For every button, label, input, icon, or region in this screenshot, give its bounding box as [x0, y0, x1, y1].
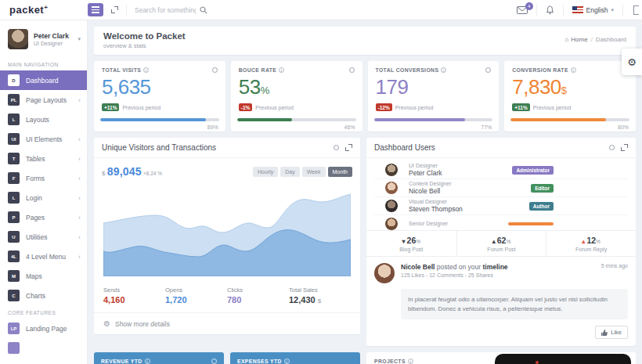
breadcrumb-current: Dashboard	[596, 36, 626, 43]
sidebar-item-layouts[interactable]: L Layouts	[0, 110, 87, 129]
messages-count-badge: 4	[525, 2, 533, 10]
stat-note: Previous period	[395, 105, 434, 110]
info-icon[interactable]	[279, 67, 284, 73]
notifications-button[interactable]	[546, 5, 554, 15]
like-button[interactable]: Like	[595, 326, 628, 339]
info-icon[interactable]	[408, 359, 413, 364]
sidebar-item-dashboard[interactable]: D Dashboard	[0, 70, 87, 90]
stat-label: TOTAL VISITS	[102, 67, 141, 73]
breadcrumb-separator: /	[591, 36, 593, 43]
pages-icon: P	[8, 211, 20, 223]
sidebar-toggle-button[interactable]	[88, 3, 103, 16]
sidebar-user-panel[interactable]: Peter Clark UI Designer ▾	[0, 20, 87, 57]
trend-badge: +11%	[102, 103, 119, 111]
messages-button[interactable]: 4	[517, 6, 528, 14]
role-badge: Author	[529, 202, 554, 211]
refresh-icon[interactable]	[349, 67, 355, 73]
sidebar-item-pages[interactable]: P Pages ‹	[0, 207, 87, 227]
refresh-icon[interactable]	[485, 67, 491, 73]
info-icon[interactable]	[145, 359, 150, 364]
stat-label: BOUCE RATE	[239, 67, 276, 73]
search-icon[interactable]	[200, 6, 207, 14]
info-icon[interactable]	[571, 67, 576, 73]
sidebar-item-maps[interactable]: M Maps	[0, 266, 87, 286]
progress-bar	[510, 118, 629, 121]
role-badge: Administrator	[512, 166, 554, 175]
us-flag-icon	[572, 6, 583, 13]
user-menu-caret-icon[interactable]: ▾	[78, 36, 81, 42]
search-input[interactable]	[135, 6, 196, 14]
info-icon[interactable]	[143, 67, 149, 73]
period-month-button[interactable]: Month	[328, 167, 352, 177]
period-hourly-button[interactable]: Hourly	[253, 167, 278, 177]
refresh-icon[interactable]	[212, 67, 218, 73]
sidebar-item-page-layouts[interactable]: PL Page Layouts ‹	[0, 90, 87, 110]
progress-bar	[100, 118, 219, 121]
4-level-menu-icon: 4L	[8, 250, 20, 262]
stat-card-total-conversions: TOTAL CONVERSIONS 179 -12%Previous perio…	[368, 61, 500, 132]
user-row[interactable]: Senior Designer	[374, 215, 628, 230]
refresh-icon[interactable]	[211, 359, 217, 364]
stat-cards-row: TOTAL VISITS 5,635 +11%Previous period 8…	[94, 61, 636, 132]
sidebar-item-forms[interactable]: F Forms ‹	[0, 168, 87, 188]
progress-percent: 89%	[207, 124, 218, 130]
user-role: UI Designer	[34, 41, 69, 46]
trend-badge: -1%	[239, 103, 253, 111]
search-bar	[135, 6, 207, 14]
refresh-icon[interactable]	[334, 145, 339, 150]
stat-opens: Opens 1,720	[165, 287, 227, 305]
sidebar-item-landing-page[interactable]: LP Landing Page	[0, 319, 87, 338]
chevron-down-icon: ▾	[611, 7, 614, 13]
sidebar-item-tables[interactable]: T Tables ‹	[0, 149, 87, 168]
language-label: English	[586, 6, 608, 14]
user-row[interactable]: UI DesignerPeter Clark Administrator	[374, 161, 628, 179]
sidebar-item-partial[interactable]	[0, 338, 87, 358]
charts-icon: C	[8, 290, 20, 301]
sidebar-item-charts[interactable]: C Charts	[0, 286, 87, 305]
divider	[536, 5, 537, 16]
logout-icon[interactable]	[633, 5, 639, 15]
breadcrumb-home-link[interactable]: Home	[564, 36, 587, 43]
info-icon[interactable]	[441, 67, 446, 73]
stat-note: Previous period	[255, 105, 294, 110]
show-more-details-link[interactable]: ⚙ Show more details	[94, 312, 360, 334]
language-selector[interactable]: English ▾	[572, 6, 614, 14]
period-day-button[interactable]: Day	[280, 167, 299, 177]
caret-up-icon: ▴	[492, 238, 496, 245]
users-list: UI DesignerPeter Clark Administrator Con…	[366, 158, 636, 230]
area-chart[interactable]	[94, 181, 360, 279]
visitors-transactions-card: Unique Visitors and Transactions $ 89,04…	[94, 138, 360, 334]
info-icon[interactable]	[284, 359, 290, 364]
tables-icon: T	[8, 153, 20, 164]
feed-quote: In placerat feugiat odio a ullamcorper. …	[401, 289, 628, 319]
fullscreen-icon[interactable]	[111, 6, 118, 13]
sidebar-item-ui-elements[interactable]: UI UI Elements ‹	[0, 129, 87, 149]
sidebar-item-utilities[interactable]: U Utilities ‹	[0, 227, 87, 247]
chart-delta: +8.24 %	[143, 171, 162, 176]
role-badge	[508, 222, 554, 225]
gear-icon: ⚙	[627, 56, 637, 68]
expand-icon[interactable]	[345, 144, 352, 151]
sidebar-item-login[interactable]: L Login ‹	[0, 188, 87, 207]
dashboard-icon: D	[8, 74, 20, 86]
avatar	[385, 218, 398, 230]
nav-section-label: MAIN NAVIGATION	[0, 57, 87, 70]
card-title: EXPENSES YTD	[237, 359, 282, 364]
stat-card-bounce-rate: BOUCE RATE 53% -1%Previous period 46%	[231, 61, 362, 132]
trend-badge: -12%	[376, 103, 392, 111]
stat-total-sales: Total Sales 12,430 $	[289, 287, 351, 305]
page-title: Welcome to Packet	[103, 31, 186, 41]
user-row[interactable]: Content DesignerNicole Bell Editor	[374, 179, 628, 197]
sidebar-item-4-level-menu[interactable]: 4L 4 Level Menu ‹	[0, 247, 87, 266]
period-week-button[interactable]: Week	[302, 167, 326, 177]
page-layouts-icon: PL	[8, 94, 20, 106]
expand-icon[interactable]	[621, 144, 628, 151]
bell-icon	[546, 5, 554, 15]
refresh-icon[interactable]	[609, 145, 615, 150]
user-name: Peter Clark	[34, 32, 69, 40]
app-logo[interactable]: packet+	[0, 4, 88, 16]
card-title: Dashboard Users	[374, 143, 435, 152]
chart-total: $ 89,045 +8.24 %	[102, 165, 162, 178]
user-row[interactable]: Visual DesignerSteven Thompson Author	[374, 197, 628, 215]
theme-settings-button[interactable]: ⚙	[622, 49, 642, 75]
